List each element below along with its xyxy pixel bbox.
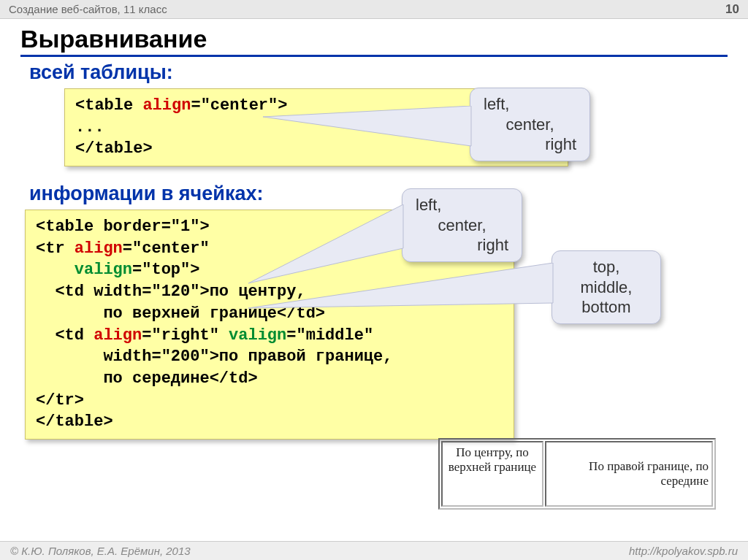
tooltip-align-values-1: left, center, right <box>470 88 590 161</box>
page-number: 10 <box>725 2 739 17</box>
tooltip-line: center, <box>484 115 576 135</box>
table-row: По центру, по верхней границе По правой … <box>441 441 713 507</box>
tooltip-line: right <box>484 134 576 155</box>
tooltip-line: right <box>416 235 508 256</box>
demo-cell-center-top: По центру, по верхней границе <box>441 441 543 507</box>
tooltip-align-values-2: left, center, right <box>402 188 522 262</box>
demo-cell-right-middle: По правой границе, по середине <box>545 441 713 507</box>
footer-copyright: © К.Ю. Поляков, Е.А. Ерёмин, 2013 <box>10 545 191 557</box>
code-attr-align: align <box>142 96 191 115</box>
tooltip-line: left, <box>484 94 576 115</box>
code-attr-align-2: align <box>75 239 123 258</box>
code-attr-valign-2: valign <box>229 326 286 345</box>
section-heading-2: информации в ячейках: <box>29 183 728 205</box>
tooltip-valign-values: top, middle, bottom <box>552 250 661 324</box>
footer-bar: © К.Ю. Поляков, Е.А. Ерёмин, 2013 http:/… <box>0 541 748 560</box>
code-attr-align-3: align <box>94 326 142 345</box>
footer-url: http://kpolyakov.spb.ru <box>629 545 738 557</box>
tooltip-line: left, <box>416 195 508 215</box>
code-attr-valign: valign <box>75 261 132 279</box>
tooltip-line: top, <box>565 257 647 277</box>
section-heading-1: всей таблицы: <box>29 61 728 84</box>
breadcrumb: Создание веб-сайтов, 11 класс <box>9 3 167 15</box>
page-title: Выравнивание <box>20 25 728 57</box>
tooltip-line: middle, <box>565 277 647 298</box>
tooltip-line: center, <box>416 215 508 236</box>
header-bar: Создание веб-сайтов, 11 класс 10 <box>0 0 748 19</box>
tooltip-line: bottom <box>565 297 647 318</box>
demo-table: По центру, по верхней границе По правой … <box>438 438 716 510</box>
